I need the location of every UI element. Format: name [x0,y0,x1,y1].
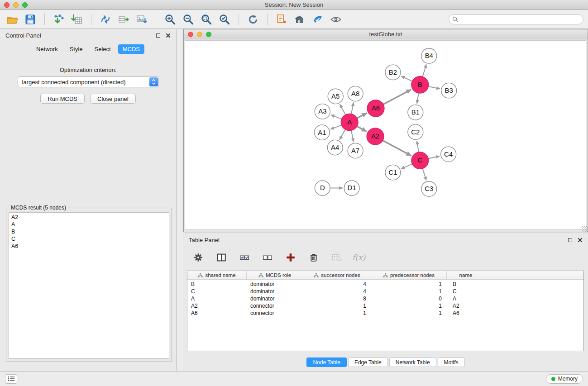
cell-predecessor-nodes[interactable]: 1 [371,303,447,309]
zoom-out-button[interactable] [181,12,196,27]
cell-successor-nodes[interactable]: 1 [303,310,371,316]
cell-successor-nodes[interactable]: 1 [303,303,371,309]
delete-table-button[interactable] [329,250,344,265]
criterion-dropdown[interactable]: largest connected component (directed) [18,76,159,87]
mcds-result-item[interactable]: A2 [11,214,167,221]
node-A2[interactable]: A2 [367,128,384,145]
node-B2[interactable]: B2 [385,65,401,80]
cell-name[interactable]: A2 [447,303,485,309]
mcds-result-item[interactable]: A [11,221,167,228]
export-table-button[interactable] [116,12,131,27]
close-network-window-button[interactable] [188,32,193,37]
zoom-network-window-button[interactable] [206,32,211,37]
cell-predecessor-nodes[interactable]: 0 [371,295,447,302]
home-view-button[interactable] [292,12,307,27]
node-A5[interactable]: A5 [328,89,343,104]
apply-style-button[interactable] [310,12,325,27]
memory-button[interactable]: Memory [546,374,583,384]
cell-predecessor-nodes[interactable]: 1 [371,288,447,295]
tab-network-table[interactable]: Network Table [389,357,436,367]
export-network-button[interactable] [98,12,113,27]
cell-successor-nodes[interactable]: 4 [303,288,371,295]
annotation-mode-button[interactable] [274,12,289,27]
zoom-in-button[interactable] [163,12,178,27]
node-C2[interactable]: C2 [408,124,423,139]
cell-shared-name[interactable]: A2 [187,303,247,309]
column-header-successor-nodes[interactable]: successor nodes [303,271,371,279]
node-A7[interactable]: A7 [348,143,363,158]
cell-name[interactable]: A6 [447,310,485,316]
cell-name[interactable]: C [447,288,485,295]
cell-mcds-role[interactable]: dominator [247,295,303,302]
tab-style[interactable]: Style [65,44,87,54]
cell-predecessor-nodes[interactable]: 1 [371,310,447,316]
import-table-button[interactable] [69,12,85,27]
tab-network[interactable]: Network [32,44,62,54]
close-table-panel-icon[interactable] [578,238,583,243]
node-A8[interactable]: A8 [348,86,363,101]
zoom-selected-button[interactable] [217,12,232,27]
cell-successor-nodes[interactable]: 4 [303,281,371,287]
zoom-window-button[interactable] [22,2,28,8]
select-all-rows-button[interactable] [237,250,252,265]
table-row[interactable]: A2connector11A2 [187,302,583,310]
cell-name[interactable]: B [447,281,485,287]
cell-mcds-role[interactable]: connector [247,310,303,316]
node-C3[interactable]: C3 [421,181,437,196]
node-A6[interactable]: A6 [367,100,384,117]
node-B[interactable]: B [411,76,429,93]
cell-mcds-role[interactable]: connector [247,303,303,309]
node-B4[interactable]: B4 [421,48,437,63]
resize-grip[interactable] [582,226,588,232]
node-B3[interactable]: B3 [441,83,457,98]
search-input[interactable] [449,14,583,24]
show-graphics-details-button[interactable] [328,12,344,27]
minimize-window-button[interactable] [13,2,19,8]
node-C1[interactable]: C1 [385,165,401,180]
column-header-shared-name[interactable]: shared name [187,271,247,279]
node-C[interactable]: C [411,152,429,169]
node-B1[interactable]: B1 [408,105,423,120]
mcds-result-list[interactable]: A2ABCA6 [9,212,169,359]
float-table-panel-icon[interactable] [568,238,572,242]
open-file-button[interactable] [5,12,20,27]
delete-column-button[interactable] [306,250,321,265]
table-row[interactable]: Bdominator41B [187,281,583,288]
network-canvas[interactable]: B4B2BB3A8A5A6B1A3AC2A1A2A4A7C4CC1C3DD1 [185,40,586,230]
mcds-result-item[interactable]: A6 [11,243,167,250]
table-row[interactable]: Cdominator41C [187,288,583,295]
column-header-name[interactable]: name [447,271,485,279]
table-row[interactable]: Adominator80A [187,295,583,302]
show-columns-button[interactable] [214,250,229,265]
cell-shared-name[interactable]: B [187,281,247,287]
node-A1[interactable]: A1 [314,125,330,140]
table-row[interactable]: A6connector11A6 [187,310,583,317]
tab-motifs[interactable]: Motifs [438,357,465,367]
float-panel-icon[interactable] [156,33,160,38]
table-settings-gear-button[interactable] [191,250,206,265]
close-panel-button[interactable]: Close panel [90,94,136,104]
node-A3[interactable]: A3 [315,104,330,119]
close-window-button[interactable] [4,2,10,8]
node-A4[interactable]: A4 [327,140,343,155]
column-header-predecessor-nodes[interactable]: predecessor nodes [371,271,447,279]
refresh-view-button[interactable] [245,12,261,27]
mcds-result-item[interactable]: B [11,228,167,235]
tab-edge-table[interactable]: Edge Table [348,357,388,367]
import-network-button[interactable] [51,12,67,27]
cell-mcds-role[interactable]: dominator [247,281,303,287]
cell-shared-name[interactable]: A6 [187,310,247,316]
tab-mcds[interactable]: MCDS [118,44,144,54]
cell-mcds-role[interactable]: dominator [247,288,303,295]
unselect-all-rows-button[interactable] [260,250,275,265]
close-panel-icon[interactable] [166,33,171,38]
mcds-result-item[interactable]: C [11,235,167,243]
cell-successor-nodes[interactable]: 8 [303,295,371,302]
cell-name[interactable]: A [447,295,485,302]
export-image-button[interactable] [134,12,149,27]
node-D1[interactable]: D1 [344,181,359,195]
function-builder-button[interactable]: f(x) [352,253,365,262]
cell-shared-name[interactable]: C [187,288,247,295]
zoom-fit-button[interactable] [199,12,214,27]
task-history-button[interactable] [5,374,17,384]
